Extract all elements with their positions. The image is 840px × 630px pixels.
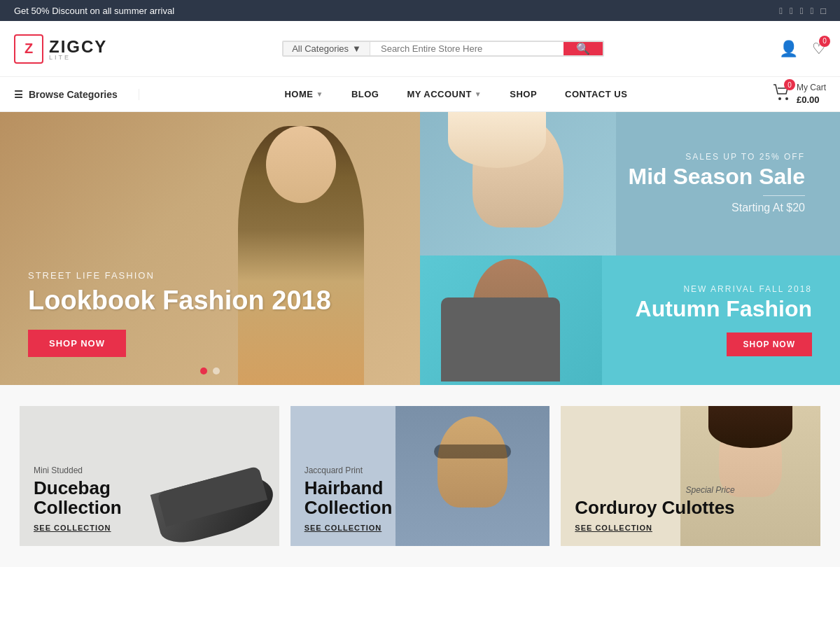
- svg-point-0: [778, 97, 781, 100]
- sale-title: Mid Season Sale: [628, 164, 805, 189]
- collection-small-2: Jaccquard Print: [304, 465, 393, 475]
- nav-my-account[interactable]: MY ACCOUNT ▼: [407, 89, 482, 99]
- menu-icon: ☰: [14, 89, 23, 100]
- logo-text-wrap: ZIGCY LITE: [49, 37, 107, 61]
- special-price: Special Price: [686, 485, 735, 495]
- collection-title-2: HairbandCollection: [304, 478, 393, 518]
- main-nav: HOME ▼ BLOG MY ACCOUNT ▼ SHOP CONTACT US: [139, 89, 773, 99]
- sale-price: Starting At $20: [628, 202, 805, 214]
- autumn-title: Autumn Fashion: [636, 297, 812, 321]
- browse-label: Browse Categories: [29, 89, 118, 100]
- nav-bar: ☰ Browse Categories HOME ▼ BLOG MY ACCOU…: [0, 77, 840, 112]
- top-bar: Get 50% Discount on all summer arrival …: [0, 0, 840, 21]
- hero-right-bottom-content: NEW ARRIVAL FALL 2018 Autumn Fashion SHO…: [636, 284, 826, 356]
- collection-title-3: Corduroy Culottes: [575, 498, 734, 518]
- collection-content-2: Jaccquard Print HairbandCollection SEE C…: [290, 451, 407, 546]
- youtube-icon[interactable]: : [800, 6, 804, 16]
- cart-text: My Cart £0.00: [797, 82, 826, 106]
- account-icon[interactable]: 👤: [779, 40, 798, 58]
- logo[interactable]: Z ZIGCY LITE: [14, 34, 107, 64]
- pinterest-icon[interactable]: : [810, 6, 813, 16]
- nav-contact-us[interactable]: CONTACT US: [565, 89, 627, 99]
- hero-right: SALES UP TO 25% OFF Mid Season Sale Star…: [420, 112, 840, 385]
- hero-right-top: SALES UP TO 25% OFF Mid Season Sale Star…: [420, 112, 840, 255]
- social-links:     □: [779, 6, 826, 16]
- collection-content-3: Special Price Corduroy Culottes SEE COLL…: [561, 471, 748, 546]
- slider-dots: [200, 368, 220, 374]
- nav-home[interactable]: HOME ▼: [284, 89, 323, 99]
- dot-1[interactable]: [200, 368, 207, 374]
- collection-title-1: DucebagCollection: [34, 478, 122, 518]
- hero-person-bottom-right: [420, 255, 602, 385]
- instagram-icon[interactable]: □: [820, 6, 826, 16]
- sale-subtitle: SALES UP TO 25% OFF: [628, 152, 805, 162]
- hero-left: STREET LIFE FASHION Lookbook Fashion 201…: [0, 112, 420, 385]
- search-input[interactable]: [370, 42, 564, 55]
- shoe-image: [141, 425, 279, 546]
- cart-badge: 0: [784, 79, 795, 90]
- dot-2[interactable]: [213, 368, 220, 374]
- promo-text: Get 50% Discount on all summer arrival: [14, 6, 174, 16]
- collection-small-1: Mini Studded: [34, 465, 122, 475]
- chevron-down-icon: ▼: [352, 43, 361, 54]
- collection-card-1[interactable]: Mini Studded DucebagCollection SEE COLLE…: [20, 406, 279, 546]
- collections-section: Mini Studded DucebagCollection SEE COLLE…: [0, 385, 840, 567]
- search-bar: All Categories ▼ 🔍: [282, 41, 604, 57]
- twitter-icon[interactable]: : [790, 6, 793, 16]
- hero-left-content: STREET LIFE FASHION Lookbook Fashion 201…: [28, 270, 331, 357]
- cart-total: £0.00: [797, 94, 820, 105]
- svg-point-1: [785, 97, 788, 100]
- cart-icon-wrap: 0: [773, 83, 791, 104]
- hero-person-top-right: [420, 112, 616, 255]
- collection-content-1: Mini Studded DucebagCollection SEE COLLE…: [20, 451, 136, 546]
- nav-blog[interactable]: BLOG: [351, 89, 379, 99]
- collection-link-2[interactable]: SEE COLLECTION: [304, 524, 393, 532]
- chevron-down-icon: ▼: [316, 90, 323, 98]
- hero-right-top-content: SALES UP TO 25% OFF Mid Season Sale Star…: [628, 152, 819, 215]
- logo-icon: Z: [14, 34, 43, 64]
- cart-label: My Cart: [797, 82, 826, 94]
- collection-link-1[interactable]: SEE COLLECTION: [34, 524, 122, 532]
- divider: [763, 195, 805, 196]
- hero-shop-now-button[interactable]: SHOP NOW: [28, 330, 126, 357]
- autumn-shop-now-button[interactable]: SHOP NOW: [727, 332, 812, 356]
- search-button[interactable]: 🔍: [564, 42, 603, 55]
- hero-subtitle: STREET LIFE FASHION: [28, 270, 331, 281]
- person-image-2: [396, 406, 550, 546]
- cart-nav[interactable]: 0 My Cart £0.00: [773, 82, 826, 106]
- hero-title: Lookbook Fashion 2018: [28, 286, 331, 316]
- hero-right-bottom: NEW ARRIVAL FALL 2018 Autumn Fashion SHO…: [420, 255, 840, 385]
- browse-categories[interactable]: ☰ Browse Categories: [14, 89, 139, 100]
- facebook-icon[interactable]: : [779, 6, 783, 16]
- wishlist-badge: 0: [819, 36, 830, 47]
- collection-card-2[interactable]: Jaccquard Print HairbandCollection SEE C…: [290, 406, 550, 546]
- category-dropdown[interactable]: All Categories ▼: [284, 42, 370, 55]
- collection-link-3[interactable]: SEE COLLECTION: [575, 524, 734, 532]
- autumn-subtitle: NEW ARRIVAL FALL 2018: [636, 284, 812, 294]
- hero-section: STREET LIFE FASHION Lookbook Fashion 201…: [0, 112, 840, 385]
- header-actions: 👤 ♡ 0: [779, 40, 826, 58]
- nav-shop[interactable]: SHOP: [510, 89, 537, 99]
- collection-card-3[interactable]: Special Price Corduroy Culottes SEE COLL…: [561, 406, 820, 546]
- chevron-down-icon: ▼: [475, 90, 482, 98]
- wishlist-button[interactable]: ♡ 0: [812, 40, 826, 58]
- header: Z ZIGCY LITE All Categories ▼ 🔍 👤 ♡ 0: [0, 21, 840, 77]
